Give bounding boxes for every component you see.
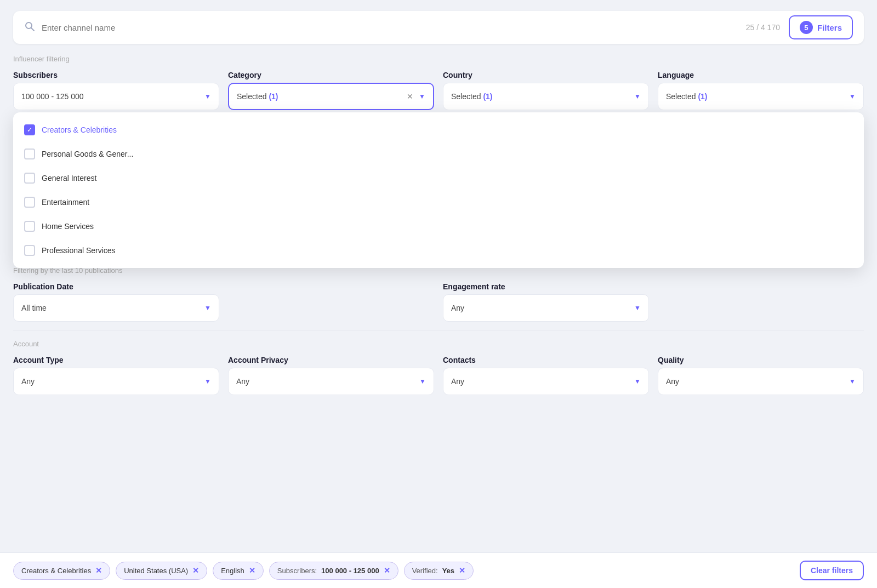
active-filter-usa-label: United States (USA): [124, 567, 188, 575]
option-label-creators: Creators & Celebrities: [42, 125, 117, 134]
publication-date-select[interactable]: All time ▼: [13, 294, 219, 322]
active-filter-usa-remove[interactable]: ✕: [192, 567, 199, 574]
language-chevron: ▼: [849, 93, 856, 100]
active-filter-subscribers: Subscribers: 100 000 - 125 000 ✕: [269, 562, 398, 580]
language-select[interactable]: Selected (1) ▼: [658, 83, 864, 110]
option-label-home: Home Services: [42, 222, 94, 231]
filters-badge: 5: [800, 21, 813, 34]
category-option-home[interactable]: Home Services: [13, 214, 864, 238]
engagement-value: Any: [451, 304, 464, 312]
search-count: 25 / 4 170: [746, 23, 780, 32]
language-selected: Selected (1): [666, 92, 708, 101]
empty-col-2: [228, 282, 434, 322]
publication-section: Filtering by the last 10 publications Pu…: [13, 266, 864, 322]
account-privacy-select[interactable]: Any ▼: [228, 368, 434, 395]
active-filter-subscribers-value: 100 000 - 125 000: [321, 567, 379, 575]
search-bar: 25 / 4 170 5 Filters: [13, 11, 864, 44]
active-filter-verified-value: Yes: [442, 567, 454, 575]
category-option-personal[interactable]: Personal Goods & Gener...: [13, 142, 864, 166]
contacts-select[interactable]: Any ▼: [443, 368, 649, 395]
active-filter-english: English ✕: [213, 562, 264, 580]
account-section: Account Account Type Any ▼ Account Priva…: [13, 340, 864, 395]
active-filter-english-label: English: [221, 567, 244, 575]
clear-filters-button[interactable]: Clear filters: [800, 561, 864, 580]
active-filter-subscribers-remove[interactable]: ✕: [384, 567, 390, 574]
section-label-account: Account: [13, 340, 864, 348]
contacts-chevron: ▼: [634, 378, 641, 385]
category-option-professional[interactable]: Professional Services: [13, 238, 864, 262]
category-option-entertainment[interactable]: Entertainment: [13, 190, 864, 214]
filter-row-4: Account Type Any ▼ Account Privacy Any ▼…: [13, 356, 864, 395]
checkbox-creators: ✓: [24, 124, 35, 135]
subscribers-label: Subscribers: [13, 71, 219, 79]
filters-label: Filters: [817, 23, 842, 32]
quality-select[interactable]: Any ▼: [658, 368, 864, 395]
active-filter-creators-label: Creators & Celebrities: [21, 567, 91, 575]
active-filter-verified: Verified: Yes ✕: [404, 562, 474, 580]
category-clear[interactable]: ✕: [407, 92, 413, 101]
empty-col-3: [658, 282, 864, 322]
category-dropdown: ✓ Creators & Celebrities Personal Goods …: [13, 112, 864, 268]
option-label-general: General Interest: [42, 174, 96, 182]
influencer-filtering-section: Influencer filtering Subscribers 100 000…: [13, 55, 864, 248]
quality-group: Quality Any ▼: [658, 356, 864, 395]
engagement-group: Engagement rate Any ▼: [443, 282, 649, 322]
active-filter-verified-remove[interactable]: ✕: [459, 567, 465, 574]
account-type-value: Any: [21, 377, 35, 386]
language-group: Language Selected (1) ▼: [658, 71, 864, 110]
active-filter-english-remove[interactable]: ✕: [249, 567, 255, 574]
active-filters-bar: Creators & Celebrities ✕ United States (…: [0, 552, 877, 588]
language-label: Language: [658, 71, 864, 79]
account-type-label: Account Type: [13, 356, 219, 364]
active-filter-creators-remove[interactable]: ✕: [95, 567, 102, 574]
engagement-select[interactable]: Any ▼: [443, 294, 649, 322]
publication-date-group: Publication Date All time ▼: [13, 282, 219, 322]
country-label: Country: [443, 71, 649, 79]
filters-button[interactable]: 5 Filters: [789, 15, 853, 39]
option-label-professional: Professional Services: [42, 246, 116, 255]
active-filter-usa: United States (USA) ✕: [116, 562, 207, 580]
country-group: Country Selected (1) ▼: [443, 71, 649, 110]
category-group: Category Selected (1) ✕ ▼ ✓ Creators & C…: [228, 71, 434, 110]
category-select[interactable]: Selected (1) ✕ ▼: [228, 83, 434, 110]
subscribers-select[interactable]: 100 000 - 125 000 ▼: [13, 83, 219, 110]
category-option-creators[interactable]: ✓ Creators & Celebrities: [13, 118, 864, 142]
account-type-group: Account Type Any ▼: [13, 356, 219, 395]
account-privacy-label: Account Privacy: [228, 356, 434, 364]
active-filter-verified-label: Verified:: [412, 567, 438, 575]
quality-value: Any: [666, 377, 679, 386]
subscribers-value: 100 000 - 125 000: [21, 92, 84, 101]
filter-row-1: Subscribers 100 000 - 125 000 ▼ Category…: [13, 71, 864, 110]
active-filter-subscribers-label: Subscribers:: [277, 567, 317, 575]
country-select[interactable]: Selected (1) ▼: [443, 83, 649, 110]
category-option-general[interactable]: General Interest: [13, 166, 864, 190]
filter-row-3: Publication Date All time ▼ Engagement r…: [13, 282, 864, 322]
publication-date-label: Publication Date: [13, 282, 219, 291]
active-filter-creators: Creators & Celebrities ✕: [13, 562, 110, 580]
subscribers-group: Subscribers 100 000 - 125 000 ▼: [13, 71, 219, 110]
engagement-label: Engagement rate: [443, 282, 649, 291]
checkbox-personal: [24, 149, 35, 159]
quality-label: Quality: [658, 356, 864, 364]
search-input[interactable]: [42, 23, 746, 32]
quality-chevron: ▼: [849, 378, 856, 385]
option-label-entertainment: Entertainment: [42, 198, 89, 207]
country-chevron: ▼: [634, 93, 641, 100]
divider-2: [13, 330, 864, 331]
account-type-select[interactable]: Any ▼: [13, 368, 219, 395]
section-label-influencer: Influencer filtering: [13, 55, 864, 63]
publication-date-value: All time: [21, 304, 47, 312]
checkbox-home: [24, 221, 35, 232]
account-privacy-group: Account Privacy Any ▼: [228, 356, 434, 395]
checkbox-entertainment: [24, 197, 35, 208]
country-selected: Selected (1): [451, 92, 493, 101]
contacts-value: Any: [451, 377, 464, 386]
contacts-label: Contacts: [443, 356, 649, 364]
contacts-group: Contacts Any ▼: [443, 356, 649, 395]
engagement-chevron: ▼: [634, 304, 641, 312]
account-privacy-value: Any: [236, 377, 249, 386]
svg-line-1: [31, 28, 34, 31]
checkbox-general: [24, 173, 35, 184]
category-label: Category: [228, 71, 434, 79]
category-chevron: ▼: [419, 93, 425, 100]
